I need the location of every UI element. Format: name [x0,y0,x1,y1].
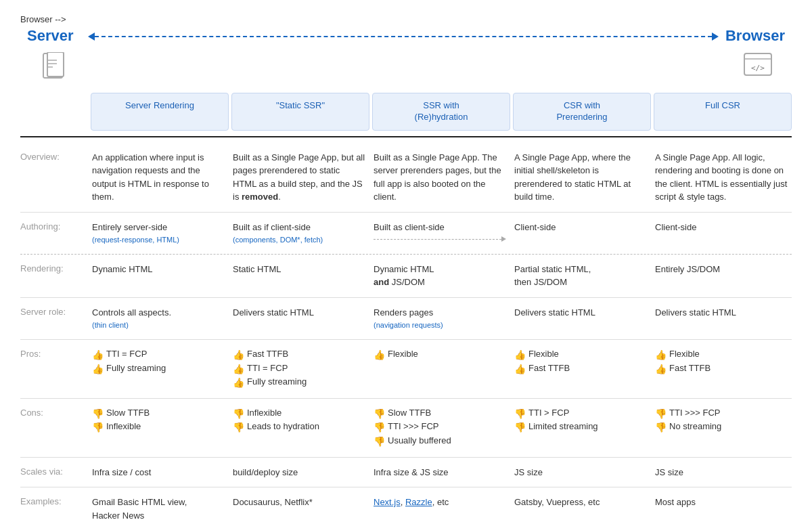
cell-server-role-2: Delivers static HTML [231,305,369,321]
cell-scales-1: Infra size / cost [91,464,229,481]
cell-overview-1: An application where input is navigation… [91,150,229,205]
label-server-role: Server role: [20,305,88,318]
cell-examples-3: Next.js, Razzle, etc [372,494,510,510]
razzle-link[interactable]: Razzle [405,497,432,507]
main-divider [20,136,792,137]
cell-cons-4: 👎TTI > FCP 👎Limited streaming [513,406,651,436]
dashed-arrow [88,36,719,37]
page: Browser --> Server Browser [0,0,812,522]
cell-pros-3: 👍Flexible [372,347,510,364]
cell-rendering-1: Dynamic HTML [91,261,229,278]
cell-scales-5: JS size [654,464,792,481]
cell-rendering-5: Entirely JS/DOM [654,261,792,278]
label-cons: Cons: [20,406,88,419]
dashed-line [95,36,712,37]
row-scales: Scales via: Infra size / cost build/depl… [20,458,792,488]
label-scales: Scales via: [20,464,88,478]
cell-server-role-4: Delivers static HTML [513,305,651,321]
cell-cons-3: 👎Slow TTFB 👎TTI >>> FCP 👎Usually buffere… [372,406,510,450]
cell-server-role-5: Delivers static HTML [654,305,792,321]
cell-cons-2: 👎Inflexible 👎Leads to hydration [231,406,369,436]
arrow-container [81,36,725,37]
cell-cons-1: 👎Slow TTFB 👎Inflexible [91,406,229,436]
cell-pros-2: 👍Fast TTFB 👍TTI = FCP 👍Fully streaming [231,347,369,391]
cell-cons-5: 👎TTI >>> FCP 👎No streaming [654,406,792,436]
svg-text:</>: </> [751,64,765,72]
cell-overview-4: A Single Page App, where the initial she… [513,150,651,205]
cell-server-role-3-sub: (navigation requests) [374,320,506,331]
row-pros: Pros: 👍TTI = FCP 👍Fully streaming 👍Fast … [20,340,792,399]
cell-scales-2: build/deploy size [231,464,369,481]
cell-examples-2: Docusaurus, Netflix* [231,494,369,510]
server-label: Server [27,26,81,47]
label-authoring: Authoring: [20,219,88,233]
cell-server-role-1: Controls all aspects. (thin client) [91,305,229,332]
table-body: Overview: An application where input is … [20,143,792,522]
row-cons: Cons: 👎Slow TTFB 👎Inflexible 👎Inflexible… [20,399,792,458]
cell-authoring-2: Built as if client-side (components, DOM… [231,219,369,247]
browser-icon: </> [731,52,785,86]
cell-pros-1: 👍TTI = FCP 👍Fully streaming [91,347,229,377]
row-rendering: Rendering: Dynamic HTML Static HTML Dyna… [20,255,792,298]
row-authoring: Authoring: Entirely server-side (request… [20,213,792,255]
cell-authoring-1: Entirely server-side (request-response, … [91,219,229,247]
cell-overview-3: Built as a Single Page App. The server p… [372,150,510,205]
arrow-right-icon [712,32,719,41]
col-header-static-ssr: "Static SSR" [231,93,369,131]
server-icon [27,52,81,86]
col-header-csr-prerendering: CSR withPrerendering [513,93,651,131]
cell-scales-3: Infra size & JS size [372,464,510,481]
cell-rendering-3: Dynamic HTMLand JS/DOM [372,261,510,290]
cell-overview-5: A Single Page App. All logic, rendering … [654,150,792,205]
row-examples: Examples: Gmail Basic HTML view,Hacker N… [20,487,792,522]
label-rendering: Rendering: [20,261,88,275]
cell-authoring-2-sub: (components, DOM*, fetch) [233,234,365,246]
cell-examples-1: Gmail Basic HTML view,Hacker News [91,494,229,522]
label-overview: Overview: [20,150,88,163]
col-header-full-csr: Full CSR [654,93,792,131]
arrow-left-icon [88,32,95,41]
col-header-ssr-rehydration: SSR with(Re)hydration [372,93,510,131]
browser-label: Browser [725,26,785,47]
header-row: Server Browser [20,26,792,47]
row-overview: Overview: An application where input is … [20,143,792,213]
cell-server-role-3: Renders pages (navigation requests) [372,305,510,332]
cell-pros-5: 👍Flexible 👍Fast TTFB [654,347,792,377]
label-pros: Pros: [20,347,88,360]
cell-examples-5: Most apps [654,494,792,510]
svg-rect-1 [47,52,64,77]
cell-server-role-1-sub: (thin client) [92,320,225,331]
row-server-role: Server role: Controls all aspects. (thin… [20,298,792,340]
cell-authoring-5: Client-side [654,219,792,236]
cell-rendering-4: Partial static HTML,then JS/DOM [513,261,651,290]
cell-rendering-2: Static HTML [231,261,369,278]
cell-authoring-3: Built as client-side [372,219,510,244]
cell-overview-2: Built as a Single Page App, but all page… [231,150,369,205]
cell-scales-4: JS size [513,464,651,481]
label-examples: Examples: [20,494,88,508]
cell-authoring-4: Client-side [513,219,651,236]
col-header-server-rendering: Server Rendering [91,93,229,131]
cell-pros-4: 👍Flexible 👍Fast TTFB [513,347,651,377]
cell-examples-4: Gatsby, Vuepress, etc [513,494,651,510]
nextjs-link[interactable]: Next.js [374,497,401,507]
column-headers: Server Rendering "Static SSR" SSR with(R… [20,93,792,131]
cell-authoring-1-sub: (request-response, HTML) [92,234,225,246]
